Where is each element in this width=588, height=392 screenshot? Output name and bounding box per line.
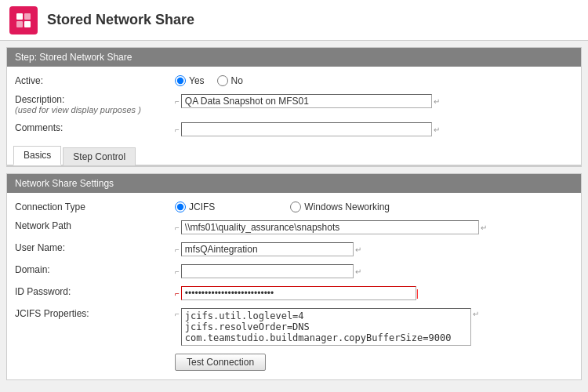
description-row: Description: (used for view display purp… [7, 90, 581, 118]
comments-input[interactable] [181, 122, 432, 136]
svg-rect-1 [24, 13, 31, 20]
jcifs-properties-input[interactable]: jcifs.util.loglevel=4 jcifs.resolveOrder… [181, 308, 471, 346]
active-row: Active: Yes No [7, 71, 581, 90]
active-no-label: No [231, 75, 243, 86]
username-value: ⌐ ↵ [172, 241, 581, 258]
corner-mark-desc: ⌐ [175, 97, 180, 106]
corner-mark-un-end: ↵ [355, 245, 361, 254]
active-yes-option[interactable]: Yes [175, 75, 205, 86]
windows-option[interactable]: Windows Neworking [290, 201, 390, 212]
tab-basics[interactable]: Basics [13, 146, 61, 165]
corner-mark-np-end: ↵ [481, 223, 487, 232]
main-content: Step: Stored Network Share Active: Yes N… [0, 41, 588, 392]
jcifs-label: JCIFS [189, 201, 215, 212]
domain-value: ⌐ ↵ [172, 263, 581, 280]
test-connection-value: Test Connection [172, 352, 581, 372]
comments-value: ⌐ ↵ [172, 121, 581, 138]
description-label-area: Description: (used for view display purp… [7, 93, 172, 116]
windows-label: Windows Neworking [304, 201, 390, 212]
password-input[interactable] [181, 286, 416, 300]
description-value: ⌐ ↵ [172, 93, 581, 110]
test-connection-row: Test Connection [7, 350, 581, 375]
jcifs-radio[interactable] [175, 201, 186, 212]
svg-rect-0 [16, 13, 23, 20]
network-path-row: Network Path ⌐ ↵ [7, 216, 581, 238]
domain-label: Domain: [7, 263, 172, 277]
top-section-header: Step: Stored Network Share [7, 48, 581, 67]
corner-mark-jcifs: ⌐ [175, 310, 180, 318]
active-value: Yes No [172, 74, 581, 88]
network-path-label: Network Path [7, 219, 172, 233]
comments-label: Comments: [7, 121, 172, 135]
description-input[interactable] [181, 94, 432, 108]
corner-mark-desc-end: ↵ [434, 97, 440, 106]
svg-rect-2 [16, 21, 23, 27]
svg-rect-3 [24, 21, 31, 27]
tab-step-control[interactable]: Step Control [63, 147, 136, 165]
corner-mark-un: ⌐ [175, 245, 180, 254]
active-yes-radio[interactable] [175, 75, 186, 86]
comments-row: Comments: ⌐ ↵ [7, 118, 581, 140]
network-path-value: ⌐ ↵ [172, 219, 581, 236]
network-section-panel: Network Share Settings Connection Type J… [6, 173, 582, 380]
active-no-option[interactable]: No [217, 75, 243, 86]
corner-mark-np: ⌐ [175, 223, 180, 232]
page-title: Stored Network Share [47, 12, 194, 28]
windows-radio[interactable] [290, 201, 301, 212]
app-header: Stored Network Share [0, 0, 588, 41]
network-path-input[interactable] [181, 220, 479, 234]
corner-mark-jcifs-end: ↵ [473, 310, 479, 318]
app-logo [9, 6, 38, 34]
password-value: ⌐ | [172, 285, 581, 302]
corner-mark-pw: ⌐ [175, 289, 180, 298]
connection-type-row: Connection Type JCIFS Windows Neworking [7, 198, 581, 216]
corner-mark-dm-end: ↵ [355, 267, 361, 276]
domain-input[interactable] [181, 264, 354, 278]
domain-row: Domain: ⌐ ↵ [7, 260, 581, 282]
network-form-area: Connection Type JCIFS Windows Neworking [7, 193, 581, 379]
username-label: User Name: [7, 241, 172, 255]
active-label: Active: [7, 74, 172, 88]
connection-type-label: Connection Type [7, 200, 172, 214]
corner-mark-comments: ⌐ [175, 125, 180, 134]
top-form-area: Active: Yes No [7, 67, 581, 145]
corner-mark-dm: ⌐ [175, 267, 180, 276]
password-row: ID Password: ⌐ | [7, 282, 581, 304]
connection-type-radio-group: JCIFS Windows Neworking [175, 201, 390, 212]
username-row: User Name: ⌐ ↵ [7, 238, 581, 260]
jcifs-row: JCIFS Properties: ⌐ jcifs.util.loglevel=… [7, 304, 581, 350]
top-section-panel: Step: Stored Network Share Active: Yes N… [6, 47, 582, 167]
jcifs-properties-label: JCIFS Properties: [7, 307, 172, 321]
username-input[interactable] [181, 242, 354, 256]
corner-mark-comments-end: ↵ [434, 125, 440, 134]
description-sublabel: (used for view display purposes ) [15, 105, 164, 114]
password-cursor: | [416, 288, 419, 299]
connection-type-value: JCIFS Windows Neworking [172, 200, 581, 214]
test-connection-spacer [7, 352, 172, 355]
jcifs-option[interactable]: JCIFS [175, 201, 215, 212]
tabs-bar: Basics Step Control [7, 145, 581, 166]
test-connection-button[interactable]: Test Connection [175, 354, 266, 371]
active-no-radio[interactable] [217, 75, 228, 86]
network-section-header: Network Share Settings [7, 174, 581, 193]
jcifs-properties-value: ⌐ jcifs.util.loglevel=4 jcifs.resolveOrd… [172, 307, 581, 347]
password-label: ID Password: [7, 285, 172, 299]
active-radio-group: Yes No [175, 75, 243, 86]
description-label: Description: [15, 94, 164, 105]
active-yes-label: Yes [189, 75, 205, 86]
